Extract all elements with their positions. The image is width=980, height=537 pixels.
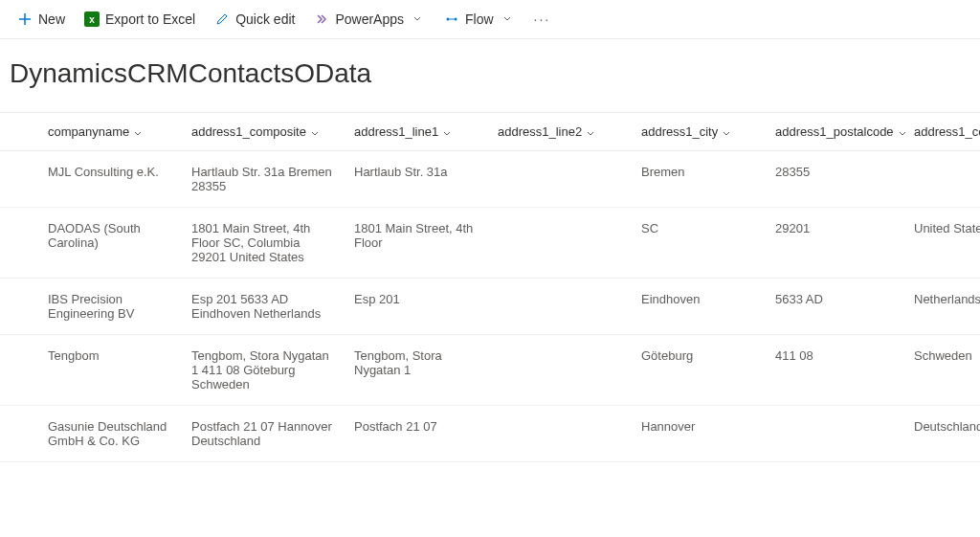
command-bar: New x Export to Excel Quick edit PowerAp… — [0, 0, 980, 39]
cell-address1_postalcode — [766, 406, 904, 462]
column-address1-line2[interactable]: address1_line2 — [488, 113, 632, 151]
quick-edit-button[interactable]: Quick edit — [207, 8, 302, 31]
cell-address1_line1: Hartlaub Str. 31a — [345, 151, 488, 208]
row-selector-cell[interactable] — [0, 279, 38, 335]
cell-address1_country: Netherlands — [904, 279, 980, 335]
table-row[interactable]: IBS Precision Engineering BVEsp 201 5633… — [0, 279, 980, 335]
powerapps-label: PowerApps — [335, 11, 404, 27]
plus-icon — [17, 11, 33, 27]
cell-address1_composite: Tengbom, Stora Nygatan 1 411 08 Göteburg… — [182, 335, 345, 406]
cell-address1_line2 — [488, 151, 632, 208]
contacts-table: companyname address1_composite — [0, 113, 980, 462]
table-header-row: companyname address1_composite — [0, 113, 980, 151]
cell-address1_country: Deutschland — [904, 406, 980, 462]
cell-address1_composite: Esp 201 5633 AD Eindhoven Netherlands — [182, 279, 345, 335]
new-button[interactable]: New — [10, 8, 73, 31]
column-label: companyname — [48, 124, 129, 139]
cell-address1_line1: Tengbom, Stora Nygatan 1 — [345, 335, 488, 406]
cell-address1_line2 — [488, 335, 632, 406]
flow-icon — [444, 11, 459, 27]
export-excel-button[interactable]: x Export to Excel — [77, 8, 203, 31]
cell-address1_line2 — [488, 279, 632, 335]
cell-address1_line1: Postfach 21 07 — [345, 406, 488, 462]
svg-point-1 — [455, 18, 457, 21]
cell-address1_line1: Esp 201 — [345, 279, 488, 335]
cell-address1_city: Eindhoven — [632, 279, 766, 335]
cell-address1_city: Göteburg — [632, 335, 766, 406]
cell-address1_postalcode: 28355 — [766, 151, 904, 208]
export-label: Export to Excel — [105, 11, 195, 27]
flow-button[interactable]: Flow — [436, 8, 523, 31]
column-label: address1_line1 — [354, 124, 438, 139]
page-title: DynamicsCRMContactsOData — [0, 39, 980, 112]
cell-address1_country: United State — [904, 208, 980, 279]
cell-address1_country: Schweden — [904, 335, 980, 406]
cell-companyname: DAODAS (South Carolina) — [38, 208, 182, 279]
table-row[interactable]: Gasunie Deutschland GmbH & Co. KGPostfac… — [0, 406, 980, 462]
cell-address1_composite: Hartlaub Str. 31a Bremen 28355 — [182, 151, 345, 208]
cell-address1_postalcode: 29201 — [766, 208, 904, 279]
column-label: address1_composite — [191, 124, 306, 139]
chevron-down-icon — [500, 11, 515, 27]
excel-icon: x — [84, 11, 100, 27]
cell-address1_city: Bremen — [632, 151, 766, 208]
chevron-down-icon — [586, 127, 595, 137]
table-row[interactable]: DAODAS (South Carolina)1801 Main Street,… — [0, 208, 980, 279]
table-row[interactable]: MJL Consulting e.K.Hartlaub Str. 31a Bre… — [0, 151, 980, 208]
cell-address1_line1: 1801 Main Street, 4th Floor — [345, 208, 488, 279]
chevron-down-icon — [898, 127, 907, 137]
powerapps-icon — [314, 11, 329, 27]
column-address1-country[interactable]: address1_co — [904, 113, 980, 151]
quickedit-label: Quick edit — [235, 11, 295, 27]
row-selector-cell[interactable] — [0, 208, 38, 279]
cell-companyname: MJL Consulting e.K. — [38, 151, 182, 208]
row-selector-cell[interactable] — [0, 406, 38, 462]
chevron-down-icon — [410, 11, 425, 27]
cell-companyname: IBS Precision Engineering BV — [38, 279, 182, 335]
table-container: companyname address1_composite — [0, 112, 980, 462]
column-label: address1_city — [641, 124, 718, 139]
column-label: address1_co — [914, 124, 980, 139]
chevron-down-icon — [722, 127, 731, 137]
cell-address1_city: Hannover — [632, 406, 766, 462]
column-selector[interactable] — [0, 113, 38, 151]
row-selector-cell[interactable] — [0, 151, 38, 208]
chevron-down-icon — [133, 127, 143, 137]
cell-address1_line2 — [488, 406, 632, 462]
cell-address1_line2 — [488, 208, 632, 279]
cell-address1_composite: Postfach 21 07 Hannover Deutschland — [182, 406, 345, 462]
column-companyname[interactable]: companyname — [38, 113, 182, 151]
cell-address1_postalcode: 5633 AD — [766, 279, 904, 335]
cell-companyname: Tengbom — [38, 335, 182, 406]
column-address1-city[interactable]: address1_city — [632, 113, 766, 151]
new-label: New — [38, 11, 65, 27]
cell-address1_city: SC — [632, 208, 766, 279]
row-selector-cell[interactable] — [0, 335, 38, 406]
column-label: address1_postalcode — [775, 124, 894, 139]
powerapps-button[interactable]: PowerApps — [306, 8, 433, 31]
column-address1-postalcode[interactable]: address1_postalcode — [766, 113, 904, 151]
cell-companyname: Gasunie Deutschland GmbH & Co. KG — [38, 406, 182, 462]
ellipsis-icon: ··· — [534, 11, 551, 27]
column-address1-composite[interactable]: address1_composite — [182, 113, 345, 151]
cell-address1_country — [904, 151, 980, 208]
pencil-icon — [214, 11, 230, 27]
cell-address1_composite: 1801 Main Street, 4th Floor SC, Columbia… — [182, 208, 345, 279]
flow-label: Flow — [465, 11, 494, 27]
chevron-down-icon — [310, 127, 320, 137]
chevron-down-icon — [442, 127, 452, 137]
svg-point-0 — [447, 18, 450, 21]
cell-address1_postalcode: 411 08 — [766, 335, 904, 406]
column-address1-line1[interactable]: address1_line1 — [345, 113, 488, 151]
more-actions-button[interactable]: ··· — [526, 8, 559, 31]
table-row[interactable]: TengbomTengbom, Stora Nygatan 1 411 08 G… — [0, 335, 980, 406]
column-label: address1_line2 — [498, 124, 582, 139]
